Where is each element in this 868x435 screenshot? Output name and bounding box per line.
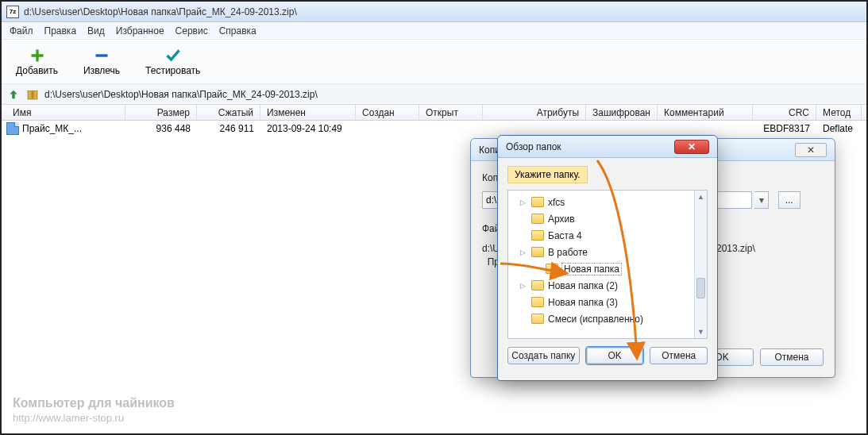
cell-name: Прайс_МК_... xyxy=(22,123,82,134)
toolbar-test[interactable]: Тестировать xyxy=(145,48,200,76)
folder-icon xyxy=(531,247,544,257)
close-button[interactable]: ✕ xyxy=(795,143,827,157)
folder-icon xyxy=(531,214,544,224)
watermark-title: Компьютер для чайников xyxy=(13,395,175,412)
tree-item-label: xfcs xyxy=(548,197,565,208)
minus-icon xyxy=(93,48,110,64)
folder-icon xyxy=(546,264,558,274)
svg-rect-0 xyxy=(96,54,108,56)
browse-dialog-title-text: Обзор папок xyxy=(506,141,561,152)
address-path[interactable]: d:\Users\user\Desktop\Новая папка\Прайс_… xyxy=(44,89,862,100)
tree-item[interactable]: Новая папка (3) xyxy=(508,294,707,310)
col-method[interactable]: Метод xyxy=(816,105,862,120)
table-row[interactable]: Прайс_МК_... 936 448 246 911 2013-09-24 … xyxy=(2,121,866,137)
cell-method: Deflate xyxy=(816,123,862,134)
up-button[interactable] xyxy=(6,87,21,102)
scroll-up-icon[interactable]: ▲ xyxy=(695,191,707,203)
tree-item[interactable]: Баста 4 xyxy=(508,227,707,244)
plus-icon xyxy=(29,48,46,64)
folder-icon xyxy=(531,314,544,324)
menu-favorites[interactable]: Избранное xyxy=(116,25,164,37)
cell-crc: EBDF8317 xyxy=(753,123,816,134)
app-icon: 7z xyxy=(6,6,19,18)
cell-packed: 246 911 xyxy=(197,123,260,134)
browse-hint: Укажите папку. xyxy=(507,166,588,183)
col-created[interactable]: Создан xyxy=(356,105,419,120)
menu-help[interactable]: Справка xyxy=(219,25,257,37)
expand-icon[interactable]: ▷ xyxy=(518,198,527,206)
col-name[interactable]: Имя xyxy=(6,105,125,120)
tree-item[interactable]: Смеси (исправленно) xyxy=(508,310,707,327)
close-icon: ✕ xyxy=(688,141,696,152)
dropdown-arrow[interactable]: ▾ xyxy=(754,191,769,209)
tree-item[interactable]: ▷В работе xyxy=(508,244,707,260)
window-titlebar: 7z d:\Users\user\Desktop\Новая папка\Пра… xyxy=(2,2,866,22)
browse-close-button[interactable]: ✕ xyxy=(674,140,709,154)
expand-icon[interactable]: ▷ xyxy=(518,248,527,256)
toolbar-add[interactable]: Добавить xyxy=(16,48,58,76)
check-icon xyxy=(164,48,182,64)
menu-tools[interactable]: Сервис xyxy=(176,25,208,37)
archive-icon xyxy=(25,87,40,102)
menu-bar: Файл Правка Вид Избранное Сервис Справка xyxy=(2,22,866,40)
col-open[interactable]: Открыт xyxy=(419,105,483,120)
cell-size: 936 448 xyxy=(125,123,197,134)
browse-ok-button[interactable]: OK xyxy=(586,347,644,364)
watermark-url: http://www.lamer-stop.ru xyxy=(13,412,175,425)
file-icon xyxy=(6,122,19,135)
col-enc[interactable]: Зашифрован xyxy=(586,105,658,120)
tree-item[interactable]: Новая папка xyxy=(508,260,707,277)
toolbar-add-label: Добавить xyxy=(16,65,58,76)
tree-item-label: Новая папка (2) xyxy=(548,280,618,291)
browse-button[interactable]: ... xyxy=(778,191,800,209)
col-packed[interactable]: Сжатый xyxy=(197,105,260,120)
browse-dialog-title[interactable]: Обзор папок ✕ xyxy=(498,136,717,158)
close-icon: ✕ xyxy=(807,144,815,156)
watermark: Компьютер для чайников http://www.lamer-… xyxy=(13,395,175,425)
col-modified[interactable]: Изменен xyxy=(260,105,356,120)
browse-folder-dialog: Обзор папок ✕ Укажите папку. ▷xfcsАрхивБ… xyxy=(497,135,718,381)
menu-file[interactable]: Файл xyxy=(10,25,33,37)
arrow-up-icon xyxy=(8,89,19,100)
tree-item-label: Смеси (исправленно) xyxy=(548,314,643,325)
menu-view[interactable]: Вид xyxy=(87,25,105,37)
folder-icon xyxy=(531,197,544,207)
copy-cancel-button[interactable]: Отмена xyxy=(760,348,824,366)
tree-item[interactable]: Архив xyxy=(508,210,707,227)
folder-icon xyxy=(531,230,544,241)
folder-tree[interactable]: ▷xfcsАрхивБаста 4▷В работеНовая папка▷Но… xyxy=(507,190,708,339)
address-bar: d:\Users\user\Desktop\Новая папка\Прайс_… xyxy=(2,84,866,105)
tree-item-label: Новая папка (3) xyxy=(548,297,618,308)
tree-item-label: Новая папка xyxy=(562,264,621,275)
cell-modified: 2013-09-24 10:49 xyxy=(260,123,356,134)
tree-item[interactable]: ▷xfcs xyxy=(508,194,707,210)
create-folder-button[interactable]: Создать папку xyxy=(507,347,580,364)
toolbar-extract-label: Извлечь xyxy=(83,65,120,76)
folder-icon xyxy=(531,297,544,307)
column-headers: Имя Размер Сжатый Изменен Создан Открыт … xyxy=(2,105,866,121)
col-crc[interactable]: CRC xyxy=(753,105,816,120)
window-title: d:\Users\user\Desktop\Новая папка\Прайс_… xyxy=(24,6,297,17)
toolbar: Добавить Извлечь Тестировать xyxy=(2,40,866,84)
toolbar-test-label: Тестировать xyxy=(145,65,200,76)
tree-item-label: Архив xyxy=(548,214,575,225)
svg-rect-2 xyxy=(32,90,34,99)
scroll-down-icon[interactable]: ▼ xyxy=(695,325,707,338)
tree-item-label: В работе xyxy=(548,247,588,258)
col-attr[interactable]: Атрибуты xyxy=(483,105,586,120)
scroll-thumb[interactable] xyxy=(696,278,705,298)
scrollbar[interactable]: ▲ ▼ xyxy=(694,191,707,338)
col-comment[interactable]: Комментарий xyxy=(658,105,753,120)
menu-edit[interactable]: Правка xyxy=(44,25,77,37)
browse-cancel-button[interactable]: Отмена xyxy=(650,347,708,364)
expand-icon[interactable]: ▷ xyxy=(518,282,527,290)
folder-icon xyxy=(531,280,544,291)
toolbar-extract[interactable]: Извлечь xyxy=(83,48,120,76)
tree-item[interactable]: ▷Новая папка (2) xyxy=(508,277,707,294)
tree-item-label: Баста 4 xyxy=(548,230,582,241)
col-size[interactable]: Размер xyxy=(125,105,197,120)
